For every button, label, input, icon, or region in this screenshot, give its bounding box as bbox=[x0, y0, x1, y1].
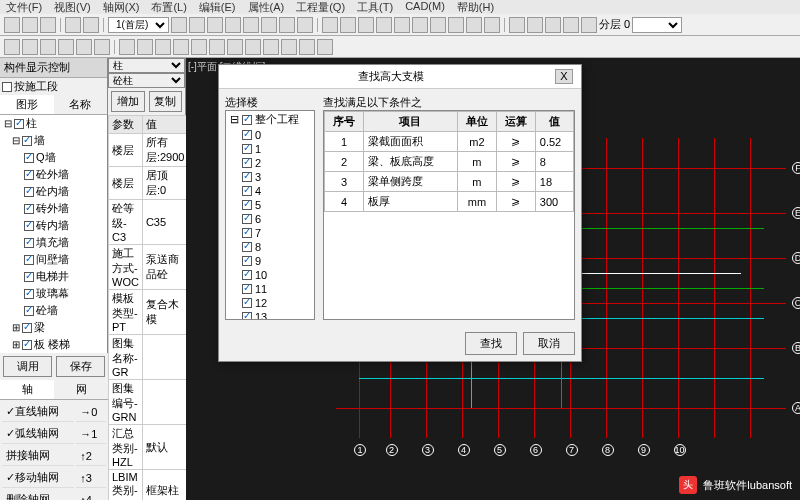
tool-icon[interactable] bbox=[317, 39, 333, 55]
tool-icon[interactable] bbox=[448, 17, 464, 33]
tool-icon[interactable] bbox=[545, 17, 561, 33]
checkbox[interactable] bbox=[242, 186, 252, 196]
tool-icon[interactable] bbox=[527, 17, 543, 33]
tool-icon[interactable] bbox=[227, 39, 243, 55]
search-button[interactable]: 查找 bbox=[465, 332, 517, 355]
tool-icon[interactable] bbox=[299, 39, 315, 55]
tab-axis[interactable]: 轴 bbox=[0, 380, 54, 399]
checkbox[interactable] bbox=[242, 144, 252, 154]
checkbox[interactable] bbox=[24, 255, 34, 265]
checkbox[interactable] bbox=[242, 200, 252, 210]
tool-icon[interactable] bbox=[22, 39, 38, 55]
checkbox[interactable] bbox=[14, 119, 24, 129]
menu-item[interactable]: 文件(F) bbox=[6, 0, 42, 14]
checkbox[interactable] bbox=[242, 298, 252, 308]
checkbox[interactable] bbox=[242, 242, 252, 252]
table-row[interactable]: 1梁截面面积m2⩾0.52 bbox=[325, 132, 574, 152]
tool-icon[interactable] bbox=[4, 39, 20, 55]
tool-save-icon[interactable] bbox=[40, 17, 56, 33]
tool-icon[interactable] bbox=[245, 39, 261, 55]
axis-row[interactable]: ✓直线轴网 bbox=[2, 402, 74, 422]
tool-icon[interactable] bbox=[225, 17, 241, 33]
save-button[interactable]: 保存 bbox=[56, 356, 105, 377]
tool-icon[interactable] bbox=[119, 39, 135, 55]
tool-icon[interactable] bbox=[173, 39, 189, 55]
tool-icon[interactable] bbox=[484, 17, 500, 33]
tool-icon[interactable] bbox=[340, 17, 356, 33]
add-button[interactable]: 增加 bbox=[111, 91, 145, 112]
prop-row[interactable]: 汇总类别-HZL bbox=[109, 425, 143, 470]
tool-icon[interactable] bbox=[137, 39, 153, 55]
tool-icon[interactable] bbox=[207, 17, 223, 33]
menu-item[interactable]: CAD(M) bbox=[405, 0, 445, 14]
checkbox[interactable] bbox=[2, 82, 12, 92]
tool-redo-icon[interactable] bbox=[83, 17, 99, 33]
table-row[interactable]: 2梁、板底高度m⩾8 bbox=[325, 152, 574, 172]
tab-name[interactable]: 名称 bbox=[54, 95, 108, 114]
checkbox[interactable] bbox=[242, 130, 252, 140]
axis-row[interactable]: 拼接轴网 bbox=[2, 446, 74, 466]
checkbox[interactable] bbox=[24, 187, 34, 197]
tool-icon[interactable] bbox=[209, 39, 225, 55]
menu-item[interactable]: 工具(T) bbox=[357, 0, 393, 14]
tool-icon[interactable] bbox=[94, 39, 110, 55]
checkbox[interactable] bbox=[24, 221, 34, 231]
tool-icon[interactable] bbox=[261, 17, 277, 33]
tool-icon[interactable] bbox=[466, 17, 482, 33]
tool-icon[interactable] bbox=[394, 17, 410, 33]
floor-dropdown[interactable]: 1(首层) bbox=[108, 17, 169, 33]
axis-row[interactable]: 删除轴网 bbox=[2, 490, 74, 500]
tool-new-icon[interactable] bbox=[4, 17, 20, 33]
checkbox[interactable] bbox=[22, 136, 32, 146]
component-tree[interactable]: ⊟柱 ⊟墙 Q墙 砼外墙 砼内墙 砖外墙 砖内墙 填充墙 间壁墙 电梯井 玻璃幕… bbox=[0, 115, 107, 353]
checkbox[interactable] bbox=[242, 228, 252, 238]
component-subtype-dropdown[interactable]: 砼柱 bbox=[108, 73, 185, 88]
tool-icon[interactable] bbox=[58, 39, 74, 55]
tool-icon[interactable] bbox=[279, 17, 295, 33]
prop-row[interactable]: 图集名称-GR bbox=[109, 335, 143, 380]
checkbox[interactable] bbox=[24, 272, 34, 282]
copy-button[interactable]: 复制 bbox=[149, 91, 183, 112]
apply-button[interactable]: 调用 bbox=[3, 356, 52, 377]
menu-item[interactable]: 编辑(E) bbox=[199, 0, 236, 14]
tool-icon[interactable] bbox=[155, 39, 171, 55]
tool-icon[interactable] bbox=[281, 39, 297, 55]
checkbox[interactable] bbox=[242, 158, 252, 168]
menu-item[interactable]: 工程量(Q) bbox=[296, 0, 345, 14]
prop-row[interactable]: 楼层 bbox=[109, 134, 143, 167]
checkbox[interactable] bbox=[24, 204, 34, 214]
checkbox[interactable] bbox=[22, 323, 32, 333]
layer-dropdown[interactable] bbox=[632, 17, 682, 33]
checkbox[interactable] bbox=[242, 115, 252, 125]
prop-row[interactable]: 砼等级-C3 bbox=[109, 200, 143, 245]
tool-icon[interactable] bbox=[40, 39, 56, 55]
tab-grid[interactable]: 网 bbox=[54, 380, 108, 399]
checkbox[interactable] bbox=[24, 306, 34, 316]
checkbox[interactable] bbox=[242, 270, 252, 280]
tool-open-icon[interactable] bbox=[22, 17, 38, 33]
tool-icon[interactable] bbox=[376, 17, 392, 33]
tab-graphic[interactable]: 图形 bbox=[0, 95, 54, 114]
checkbox[interactable] bbox=[24, 170, 34, 180]
tool-icon[interactable] bbox=[76, 39, 92, 55]
tool-icon[interactable] bbox=[412, 17, 428, 33]
menu-item[interactable]: 视图(V) bbox=[54, 0, 91, 14]
tool-undo-icon[interactable] bbox=[65, 17, 81, 33]
tool-icon[interactable] bbox=[563, 17, 579, 33]
tool-icon[interactable] bbox=[191, 39, 207, 55]
checkbox[interactable] bbox=[242, 312, 252, 320]
checkbox[interactable] bbox=[242, 256, 252, 266]
checkbox[interactable] bbox=[24, 289, 34, 299]
floor-tree[interactable]: ⊟整个工程 0 1 2 3 4 5 6 7 8 9 10 11 12 13 14… bbox=[225, 110, 315, 320]
menu-item[interactable]: 属性(A) bbox=[248, 0, 285, 14]
tool-icon[interactable] bbox=[189, 17, 205, 33]
tool-icon[interactable] bbox=[171, 17, 187, 33]
checkbox[interactable] bbox=[242, 284, 252, 294]
menu-item[interactable]: 布置(L) bbox=[151, 0, 186, 14]
menu-item[interactable]: 帮助(H) bbox=[457, 0, 494, 14]
tool-icon[interactable] bbox=[243, 17, 259, 33]
table-row[interactable]: 3梁单侧跨度m⩾18 bbox=[325, 172, 574, 192]
checkbox[interactable] bbox=[242, 214, 252, 224]
checkbox[interactable] bbox=[22, 340, 32, 350]
checkbox[interactable] bbox=[242, 172, 252, 182]
